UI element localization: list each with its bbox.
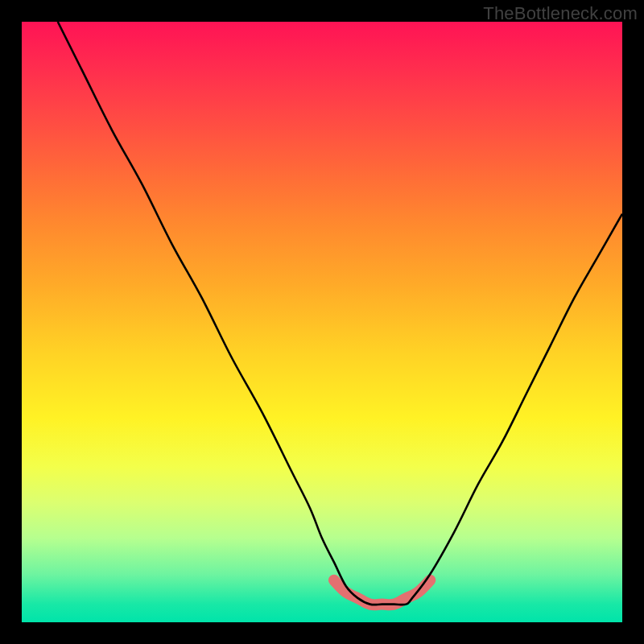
watermark-text: TheBottleneck.com bbox=[483, 3, 638, 24]
plot-area bbox=[22, 22, 622, 622]
curve-layer bbox=[22, 22, 622, 622]
bottleneck-curve-line bbox=[58, 22, 622, 605]
chart-stage: TheBottleneck.com bbox=[0, 0, 644, 644]
